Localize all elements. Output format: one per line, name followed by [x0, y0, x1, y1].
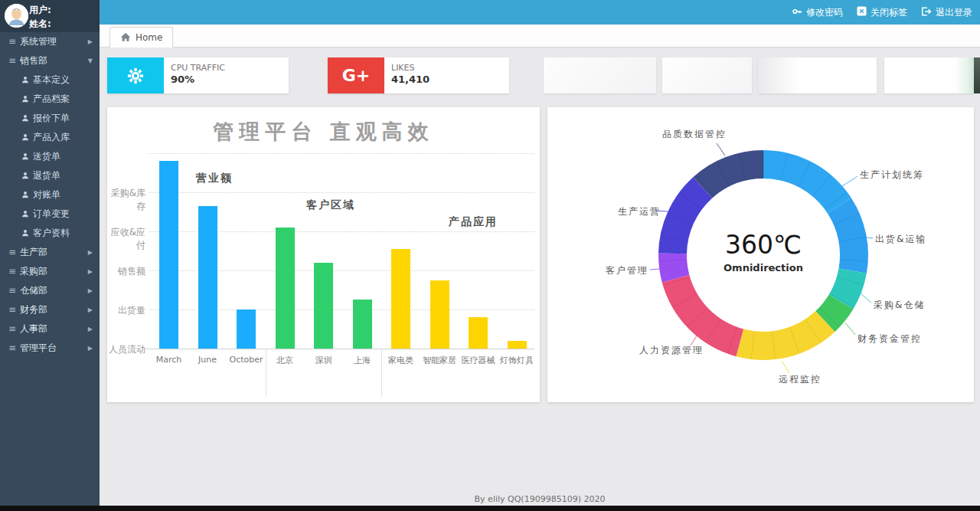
donut-segment-4: [737, 311, 835, 360]
donut-leader-line: [860, 293, 871, 303]
tabbar: Home: [100, 25, 980, 47]
gplus-icon: G+: [328, 57, 384, 93]
donut-label-生产运营: 生产运营: [618, 205, 661, 218]
bar-家电类: [391, 249, 410, 349]
sidebar-item-hr-dept[interactable]: ≡人事部▶: [0, 319, 100, 339]
bar-March: [159, 161, 178, 349]
bar-ytick-label: 采购&库存: [107, 187, 145, 213]
close-tabs-icon: [857, 6, 867, 18]
donut-label-客户管理: 客户管理: [606, 264, 648, 277]
chevron-right-icon: ▶: [88, 339, 93, 358]
bar-ytick-label: 人员流动: [107, 343, 145, 356]
sidebar-subitem-label: 对账单: [33, 189, 60, 200]
person-icon: [21, 76, 29, 84]
bar-axis-baseline: [145, 349, 534, 349]
sidebar-item-label: 仓储部: [20, 285, 47, 296]
sidebar-subitem-reconciliation[interactable]: 对账单: [0, 185, 100, 205]
bar-xtick-label: 灯饰灯具: [492, 355, 541, 366]
home-icon: [120, 32, 131, 42]
sidebar-item-mgmt-platform[interactable]: ≡管理平台▶: [0, 339, 100, 358]
stat-card-cpu-traffic: CPU TRAFFIC90%: [107, 57, 289, 93]
sidebar-nav: ≡系统管理▶≡销售部▼基本定义产品档案报价下单产品入库送货单退货单对账单订单变更…: [0, 32, 100, 358]
donut-leader-line: [650, 269, 659, 270]
bar-gridline: [149, 192, 534, 193]
donut-leader-line: [840, 176, 858, 188]
donut-label-财务资金管控: 财务资金管控: [858, 332, 922, 346]
donut-segment-0: [763, 150, 851, 214]
user-panel: 用户: 姓名:: [0, 0, 100, 32]
name-label: 姓名:: [29, 18, 51, 31]
donut-label-远程监控: 远程监控: [779, 373, 822, 386]
topbar-link-label: 退出登录: [936, 6, 972, 19]
topbar-link-change-password[interactable]: 修改密码: [792, 6, 843, 19]
chevron-right-icon: ▶: [88, 319, 93, 339]
sidebar-subitem-product-inbound[interactable]: 产品入库: [0, 128, 100, 147]
person-icon: [21, 229, 29, 237]
topbar-link-logout[interactable]: 退出登录: [921, 6, 972, 19]
donut-leader-line: [845, 323, 855, 335]
person-icon: [21, 172, 29, 179]
person-icon: [21, 191, 29, 198]
stat-card-placeholder-2: [662, 57, 752, 93]
user-label: 用户:: [29, 4, 51, 17]
chevron-right-icon: ▶: [88, 300, 93, 319]
sidebar-item-label: 人事部: [20, 323, 47, 334]
bar-gridline: [149, 153, 534, 154]
sidebar-item-purchasing-dept[interactable]: ≡采购部▶: [0, 262, 100, 281]
sidebar-item-label: 采购部: [20, 266, 47, 277]
bar-chart-card: 管理平台 直观高效 人员流动出货量销售额应收&应付采购&库存MarchJuneO…: [107, 107, 540, 402]
sidebar-subitem-product-archive[interactable]: 产品档案: [0, 90, 100, 109]
sidebar: 用户: 姓名: ≡系统管理▶≡销售部▼基本定义产品档案报价下单产品入库送货单退货…: [0, 0, 100, 506]
menu-icon: ≡: [8, 36, 16, 47]
topbar-link-close-tabs[interactable]: 关闭标签: [857, 6, 907, 19]
menu-icon: ≡: [8, 342, 16, 353]
sidebar-subitem-order-change[interactable]: 订单变更: [0, 205, 100, 224]
sidebar-item-warehouse-dept[interactable]: ≡仓储部▶: [0, 281, 100, 300]
sidebar-item-sales-dept[interactable]: ≡销售部▼: [0, 51, 100, 70]
sidebar-subitem-label: 送货单: [33, 151, 60, 162]
donut-center-title: 360℃: [725, 230, 802, 260]
key-icon: [792, 6, 802, 19]
person-icon: [21, 210, 29, 218]
person-icon: [21, 152, 29, 160]
sidebar-subitem-label: 报价下单: [33, 113, 70, 123]
avatar: [5, 4, 28, 28]
sidebar-subitem-label: 客户资料: [33, 228, 70, 238]
stat-card-body: LIKES41,410: [384, 57, 430, 93]
person-icon: [21, 133, 29, 141]
donut-leader-line: [717, 143, 725, 156]
gear-icon: [107, 57, 164, 93]
topbar-link-label: 修改密码: [806, 6, 843, 19]
sidebar-subitem-label: 订单变更: [33, 208, 70, 219]
bar-annotation: 产品应用: [449, 215, 498, 229]
stat-card-title: CPU TRAFFIC: [171, 63, 225, 73]
sidebar-subitem-quote-order[interactable]: 报价下单: [0, 109, 100, 128]
sidebar-item-system-mgmt[interactable]: ≡系统管理▶: [0, 32, 100, 51]
donut-label-出货&运输: 出货&运输: [875, 233, 926, 246]
tab-home[interactable]: Home: [109, 27, 173, 47]
bar-深圳: [314, 263, 333, 349]
donut-center-subtitle: Omnidirection: [724, 262, 803, 274]
sidebar-item-label: 销售部: [20, 55, 47, 66]
stat-card-likes: G+LIKES41,410: [328, 57, 509, 93]
topbar-link-label: 关闭标签: [871, 6, 907, 19]
sidebar-item-label: 系统管理: [20, 36, 57, 47]
bar-上海: [353, 300, 372, 349]
main-content: CPU TRAFFIC90%G+LIKES41,410 管理平台 直观高效 人员…: [100, 47, 980, 506]
chevron-right-icon: ▶: [88, 262, 93, 281]
chevron-right-icon: ▶: [88, 281, 93, 300]
sidebar-subitem-return-note[interactable]: 退货单: [0, 166, 100, 185]
sidebar-subitem-label: 产品入库: [33, 132, 70, 142]
menu-icon: ≡: [8, 55, 16, 66]
sidebar-subitem-basic-definition[interactable]: 基本定义: [0, 70, 100, 90]
sidebar-subitem-delivery-note[interactable]: 送货单: [0, 147, 100, 166]
sidebar-item-production-dept[interactable]: ≡生产部▶: [0, 243, 100, 262]
bar-医疗器械: [469, 317, 488, 349]
menu-icon: ≡: [8, 323, 16, 334]
sidebar-subitem-customer-info[interactable]: 客户资料: [0, 224, 100, 243]
menu-icon: ≡: [8, 304, 16, 315]
stat-card-body: CPU TRAFFIC90%: [164, 57, 225, 93]
sidebar-item-finance-dept[interactable]: ≡财务部▶: [0, 300, 100, 319]
stat-card-value: 90%: [171, 74, 225, 85]
sidebar-subitem-label: 基本定义: [33, 74, 70, 85]
